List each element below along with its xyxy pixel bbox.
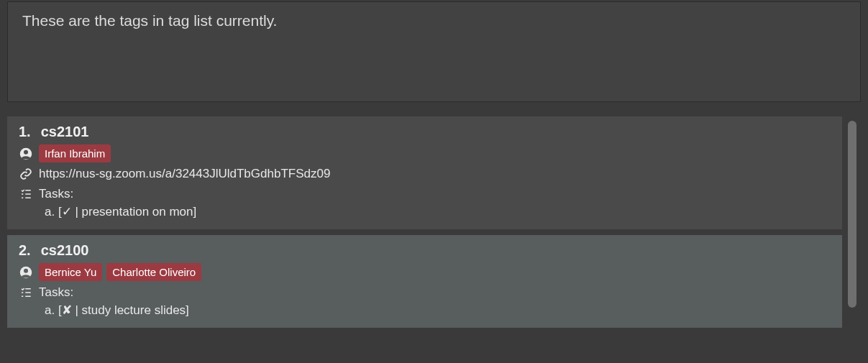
- svg-rect-4: [25, 193, 31, 195]
- list-icon: [19, 187, 33, 201]
- link-row: https://nus-sg.zoom.us/a/32443JlUldTbGdh…: [19, 165, 831, 183]
- tag-list-wrapper: 1. cs2101 Irfan Ibrahim https://nus-sg.z: [7, 116, 861, 361]
- task-item: a. [✘ | study lecture slides]: [19, 303, 831, 318]
- list-item[interactable]: 2. cs2100 Bernice Yu Charlotte Oliveiro: [7, 235, 842, 328]
- tasks-row: Tasks:: [19, 284, 831, 301]
- person-tag[interactable]: Charlotte Oliveiro: [106, 263, 201, 281]
- item-title-row: 1. cs2101: [19, 124, 831, 140]
- svg-rect-12: [22, 296, 23, 298]
- svg-rect-13: [25, 296, 31, 298]
- item-title: cs2100: [41, 242, 89, 259]
- task-letter: a.: [45, 205, 55, 219]
- svg-rect-5: [22, 198, 23, 199]
- scrollbar-thumb[interactable]: [848, 121, 856, 308]
- person-icon: [19, 147, 33, 161]
- link-icon: [19, 167, 33, 181]
- task-letter: a.: [45, 303, 55, 317]
- tag-list: 1. cs2101 Irfan Ibrahim https://nus-sg.z: [7, 116, 861, 361]
- person-icon: [19, 265, 33, 280]
- list-icon: [19, 285, 33, 300]
- list-item[interactable]: 1. cs2101 Irfan Ibrahim https://nus-sg.z: [7, 116, 842, 229]
- svg-rect-11: [25, 292, 31, 293]
- svg-rect-2: [25, 190, 31, 191]
- task-item: a. [✓ | presentation on mon]: [19, 204, 831, 219]
- task-text: study lecture slides: [82, 303, 186, 317]
- status-message: These are the tags in tag list currently…: [22, 12, 846, 29]
- svg-rect-10: [22, 292, 23, 293]
- tasks-label: Tasks:: [39, 187, 73, 201]
- svg-point-1: [24, 150, 28, 154]
- task-text: presentation on mon: [82, 205, 193, 219]
- task-done-glyph: ✘: [62, 303, 72, 317]
- item-index: 2.: [19, 242, 31, 259]
- tasks-row: Tasks:: [19, 185, 831, 203]
- svg-rect-9: [25, 288, 31, 290]
- item-title: cs2101: [41, 124, 89, 140]
- people-row: Irfan Ibrahim: [19, 144, 831, 162]
- scrollbar-track[interactable]: [848, 121, 856, 351]
- link-text[interactable]: https://nus-sg.zoom.us/a/32443JlUldTbGdh…: [39, 167, 330, 181]
- svg-point-8: [24, 268, 28, 272]
- people-tags: Irfan Ibrahim: [39, 144, 111, 162]
- svg-rect-3: [22, 193, 23, 195]
- item-index: 1.: [19, 124, 31, 140]
- person-tag[interactable]: Irfan Ibrahim: [39, 144, 111, 162]
- people-row: Bernice Yu Charlotte Oliveiro: [19, 263, 831, 281]
- person-tag[interactable]: Bernice Yu: [39, 263, 102, 281]
- people-tags: Bernice Yu Charlotte Oliveiro: [39, 263, 201, 281]
- item-title-row: 2. cs2100: [19, 242, 831, 259]
- task-done-glyph: ✓: [62, 205, 72, 219]
- tasks-label: Tasks:: [39, 285, 73, 300]
- message-panel: These are the tags in tag list currently…: [7, 1, 861, 102]
- svg-rect-6: [25, 198, 31, 199]
